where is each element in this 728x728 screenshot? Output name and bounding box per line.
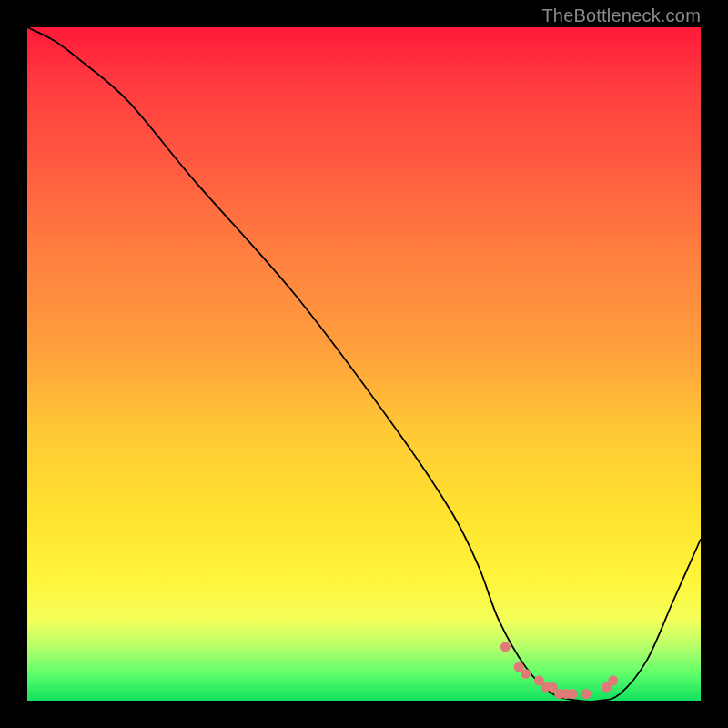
watermark-text: TheBottleneck.com bbox=[541, 5, 701, 26]
chart-svg bbox=[27, 27, 701, 701]
marker-dot bbox=[521, 669, 531, 679]
marker-dot bbox=[568, 689, 578, 699]
chart-frame: TheBottleneck.com bbox=[0, 0, 728, 728]
bottleneck-curve bbox=[27, 27, 701, 701]
curve-line bbox=[27, 27, 701, 701]
marker-dot bbox=[581, 689, 592, 699]
marker-dot bbox=[608, 675, 618, 685]
plot-area bbox=[27, 27, 701, 701]
marker-dot bbox=[500, 642, 511, 652]
flat-region-markers bbox=[500, 642, 618, 699]
